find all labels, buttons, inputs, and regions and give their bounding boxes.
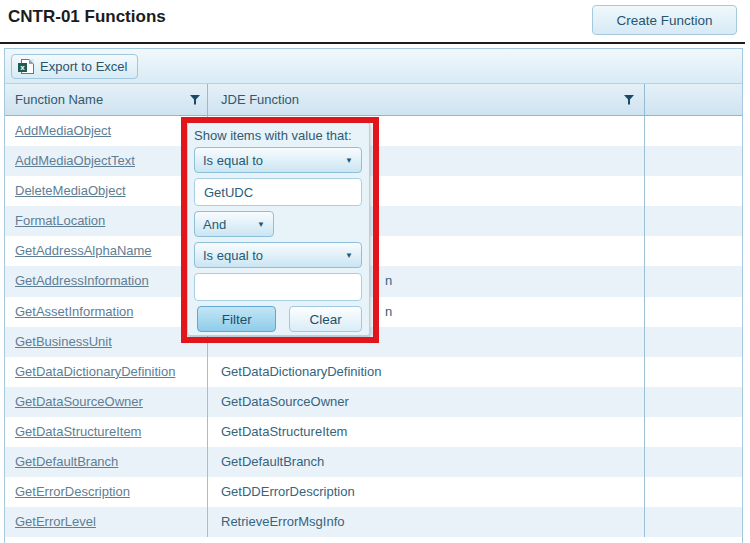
jde-function-cell: GetDataDictionaryDefinition: [208, 357, 645, 387]
empty-cell: [645, 176, 742, 206]
column-header-jde-function[interactable]: JDE Function: [208, 84, 645, 115]
jde-function-text: GetDDErrorDescription: [221, 484, 355, 499]
column-header-function-name[interactable]: Function Name: [5, 84, 208, 115]
table-row: GetDefaultBranch GetDefaultBranch: [5, 447, 742, 477]
table-row: GetAddressAlphaName: [5, 236, 742, 266]
function-name-link[interactable]: GetAssetInformation: [15, 304, 134, 319]
function-name-link[interactable]: GetAddressAlphaName: [15, 243, 152, 258]
empty-cell: [645, 266, 742, 296]
empty-cell: [645, 146, 742, 176]
function-name-cell: GetAddressInformation: [5, 266, 208, 296]
filter-operator-2-dropdown[interactable]: Is equal to ▼: [194, 242, 362, 268]
empty-cell: [645, 327, 742, 357]
function-name-cell: GetBusinessUnit: [5, 327, 208, 357]
empty-cell: [645, 236, 742, 266]
grid-toolbar: x Export to Excel: [5, 49, 742, 84]
screen: CNTR-01 Functions Create Function x Expo…: [0, 0, 750, 543]
filter-button[interactable]: Filter: [197, 306, 276, 332]
dropdown-selected-value: And: [203, 217, 257, 232]
filter-funnel-icon[interactable]: [623, 94, 635, 106]
jde-function-cell: GetDefaultBranch: [208, 447, 645, 477]
function-name-link[interactable]: GetDataStructureItem: [15, 424, 141, 439]
function-name-link[interactable]: FormatLocation: [15, 213, 105, 228]
function-name-cell: GetErrorLevel: [5, 507, 208, 537]
empty-cell: [645, 206, 742, 236]
jde-function-cell: GetDataSourceOwner: [208, 387, 645, 417]
jde-function-text: GetDataStructureItem: [221, 424, 347, 439]
table-row: AddMediaObjectText: [5, 146, 742, 176]
column-label: Function Name: [15, 92, 189, 107]
empty-cell: [645, 357, 742, 387]
table-row: GetAssetInformation n: [5, 297, 742, 327]
column-label: JDE Function: [221, 92, 623, 107]
function-name-cell: GetErrorDescription: [5, 477, 208, 507]
jde-function-text: GetDataDictionaryDefinition: [221, 364, 381, 379]
filter-value-1-input[interactable]: [194, 178, 362, 206]
function-name-link[interactable]: GetDefaultBranch: [15, 454, 118, 469]
table-row: GetAddressInformation n: [5, 266, 742, 296]
function-name-link[interactable]: GetAddressInformation: [15, 273, 149, 288]
function-name-cell: GetDataDictionaryDefinition: [5, 357, 208, 387]
function-name-cell: GetDataSourceOwner: [5, 387, 208, 417]
filter-value-2-input[interactable]: [194, 273, 362, 301]
empty-cell: [645, 507, 742, 537]
function-name-link[interactable]: GetBusinessUnit: [15, 334, 112, 349]
filter-operator-1-dropdown[interactable]: Is equal to ▼: [194, 147, 362, 173]
table-row: GetErrorLevel RetrieveErrorMsgInfo: [5, 507, 742, 537]
table-row: DeleteMediaObject: [5, 176, 742, 206]
empty-cell: [645, 387, 742, 417]
jde-function-text: RetrieveErrorMsgInfo: [221, 514, 345, 529]
jde-tail: n: [385, 266, 392, 296]
export-button-label: Export to Excel: [40, 59, 127, 74]
jde-function-cell: GetDDErrorDescription: [208, 477, 645, 507]
function-name-cell: AddMediaObjectText: [5, 146, 208, 176]
function-name-cell: FormatLocation: [5, 206, 208, 236]
table-body: AddMediaObject AddMediaObjectText Delete…: [5, 116, 742, 537]
table-row: AddMediaObject: [5, 116, 742, 146]
table-row: GetBusinessUnit: [5, 327, 742, 357]
table-row: GetDataDictionaryDefinition GetDataDicti…: [5, 357, 742, 387]
empty-cell: [645, 447, 742, 477]
jde-function-text: GetDataSourceOwner: [221, 394, 349, 409]
table-row: GetDataSourceOwner GetDataSourceOwner: [5, 387, 742, 417]
dropdown-selected-value: Is equal to: [203, 248, 345, 263]
function-name-link[interactable]: GetErrorDescription: [15, 484, 130, 499]
table-row: GetErrorDescription GetDDErrorDescriptio…: [5, 477, 742, 507]
table-row: GetDataStructureItem GetDataStructureIte…: [5, 417, 742, 447]
filter-popup-buttons: Filter Clear: [194, 306, 362, 332]
function-name-link[interactable]: GetDataSourceOwner: [15, 394, 143, 409]
jde-function-text: GetDefaultBranch: [221, 454, 324, 469]
excel-file-icon: x: [21, 59, 34, 74]
function-name-link[interactable]: GetErrorLevel: [15, 514, 96, 529]
function-name-link[interactable]: GetDataDictionaryDefinition: [15, 364, 175, 379]
clear-button[interactable]: Clear: [289, 306, 362, 332]
function-name-link[interactable]: DeleteMediaObject: [15, 183, 126, 198]
empty-cell: [645, 417, 742, 447]
function-name-cell: GetDefaultBranch: [5, 447, 208, 477]
filter-logic-dropdown[interactable]: And ▼: [194, 211, 274, 237]
excel-x-glyph: x: [18, 63, 27, 72]
page-fold-icon: [29, 59, 34, 64]
column-filter-popup: Show items with value that: Is equal to …: [187, 122, 370, 336]
function-name-cell: DeleteMediaObject: [5, 176, 208, 206]
dropdown-selected-value: Is equal to: [203, 153, 345, 168]
function-name-link[interactable]: AddMediaObject: [15, 123, 111, 138]
empty-cell: [645, 116, 742, 146]
functions-grid: x Export to Excel Function Name JDE Func…: [4, 48, 743, 543]
chevron-down-icon: ▼: [257, 220, 265, 229]
table-row: FormatLocation: [5, 206, 742, 236]
function-name-link[interactable]: AddMediaObjectText: [15, 153, 135, 168]
title-divider: [0, 42, 745, 44]
create-function-button[interactable]: Create Function: [592, 5, 737, 35]
empty-cell: [645, 477, 742, 507]
chevron-down-icon: ▼: [345, 156, 353, 165]
chevron-down-icon: ▼: [345, 251, 353, 260]
grid-header-row: Function Name JDE Function: [5, 84, 742, 116]
empty-cell: [645, 297, 742, 327]
jde-tail: n: [385, 297, 392, 327]
filter-funnel-icon[interactable]: [189, 94, 201, 106]
export-to-excel-button[interactable]: x Export to Excel: [11, 54, 138, 79]
function-name-cell: AddMediaObject: [5, 116, 208, 146]
jde-function-cell: RetrieveErrorMsgInfo: [208, 507, 645, 537]
page-title: CNTR-01 Functions: [8, 7, 166, 27]
